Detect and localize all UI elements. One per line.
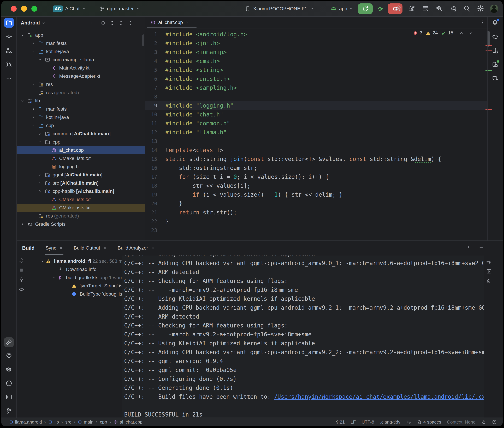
tree-item-com-example-llama[interactable]: com.example.llama: [17, 56, 145, 64]
chevron-down-icon[interactable]: [38, 58, 42, 62]
breadcrumb-ai-chat-cpp[interactable]: ai_chat.cpp: [113, 420, 143, 425]
rerun-button[interactable]: [358, 3, 373, 14]
tool-strip-commit[interactable]: [4, 32, 14, 41]
breadcrumb-cpp[interactable]: cpp: [100, 420, 107, 425]
tool-strip-more[interactable]: [4, 74, 14, 83]
tree-item-common[interactable]: common [AiChat.lib.main]: [17, 130, 145, 138]
tool-strip-project-folder[interactable]: [4, 18, 14, 28]
status-widget-4-spaces[interactable]: 4 spaces: [417, 420, 441, 425]
chevron-right-icon[interactable]: [38, 181, 42, 185]
project-view-selector[interactable]: Android: [21, 20, 46, 26]
build-tab-build-analyzer[interactable]: Build Analyzer: [118, 241, 154, 255]
tool-strip-ai-assistant[interactable]: [490, 74, 500, 83]
tool-strip-gradle[interactable]: [490, 32, 500, 41]
branch-selector[interactable]: ggml-master: [107, 6, 134, 11]
status-widget-error-circle[interactable]: [492, 420, 497, 424]
build-tree-item[interactable]: llama.android: fi 22 sec, 583 ms: [17, 257, 121, 265]
close-icon[interactable]: [59, 246, 63, 250]
tree-item-ai-chat-cpp[interactable]: ai_chat.cpp: [17, 146, 145, 154]
tool-strip-problems[interactable]: [4, 379, 14, 388]
close-icon[interactable]: [103, 246, 107, 250]
tree-item-ggml[interactable]: ggml [AiChat.lib.main]: [17, 171, 145, 179]
status-widget-lock-open[interactable]: [481, 420, 486, 424]
soft-wrap-button[interactable]: [486, 258, 492, 265]
scroll-end-button[interactable]: [486, 268, 492, 275]
close-icon[interactable]: [151, 246, 154, 250]
debug-button[interactable]: [377, 5, 384, 12]
tree-item-cmakelists-txt[interactable]: CMakeLists.txt: [17, 195, 145, 204]
chevron-right-icon[interactable]: [31, 82, 35, 86]
editor-options-button[interactable]: [480, 20, 485, 25]
status-widget-lf[interactable]: LF: [350, 420, 356, 425]
tree-item-kotlin-java[interactable]: kotlin+java: [17, 48, 145, 56]
breadcrumb-lib[interactable]: lib: [48, 420, 59, 425]
gradle-sync-button[interactable]: [449, 5, 457, 13]
chevron-right-icon[interactable]: [38, 173, 42, 177]
chevron-right-icon[interactable]: [31, 107, 35, 111]
tool-strip-logcat[interactable]: [4, 365, 14, 374]
logcat-list-button[interactable]: [422, 5, 429, 13]
kebab-icon[interactable]: [128, 20, 133, 25]
device-selector[interactable]: Xiaomi POCOPHONE F1: [253, 6, 307, 11]
tree-item-lib[interactable]: lib: [17, 97, 145, 105]
user-avatar[interactable]: [490, 5, 498, 13]
build-tree-item[interactable]: Download info: [17, 265, 121, 273]
minimize-window-button[interactable]: [21, 6, 27, 12]
status-widget--clang-tidy[interactable]: .clang-tidy: [380, 420, 401, 425]
tree-item-mainactivity-kt[interactable]: MainActivity.kt: [17, 64, 145, 72]
chevron-right-icon[interactable]: [38, 189, 42, 193]
tree-item-manifests[interactable]: manifests: [17, 105, 145, 113]
inspections-widget[interactable]: 3 24 15: [413, 30, 473, 36]
tree-item-res[interactable]: res: [17, 80, 145, 89]
build-tab-sync[interactable]: Sync: [46, 241, 63, 255]
tool-strip-version-control[interactable]: [4, 406, 14, 415]
tree-item-res[interactable]: res (generated): [17, 212, 145, 220]
tool-strip-pull-request[interactable]: [4, 60, 14, 69]
project-selector[interactable]: AiChat: [65, 6, 80, 11]
chevron-down-icon[interactable]: [31, 123, 35, 128]
tool-strip-terminal[interactable]: [4, 392, 14, 402]
tool-strip-app-insights[interactable]: [4, 351, 14, 361]
tree-item-logging-h[interactable]: logging.h: [17, 163, 145, 171]
tool-strip-running-devices[interactable]: [490, 60, 500, 69]
tree-item-cmakelists-txt[interactable]: CMakeLists.txt: [17, 204, 145, 212]
build-output-link[interactable]: /Users/hanyin/Workspace/ai-chat/examples…: [274, 393, 484, 400]
chevron-down-icon[interactable]: [31, 49, 35, 54]
build-tree-item[interactable]: 'jvmTarget: String' is deprec: [17, 282, 121, 290]
tree-item-res[interactable]: res (generated): [17, 89, 145, 97]
close-tab-icon[interactable]: [185, 21, 189, 24]
build-tree-item[interactable]: build.gradle.kts app 1 warning: [17, 273, 121, 282]
build-tab-build-output[interactable]: Build Output: [74, 241, 107, 255]
plus-icon[interactable]: [89, 20, 94, 25]
tree-item-app[interactable]: app: [17, 31, 145, 39]
profiler-button[interactable]: [436, 5, 443, 13]
next-problem-button[interactable]: [468, 31, 473, 35]
status-widget-utf-8[interactable]: UTF-8: [362, 420, 374, 425]
chevron-right-icon[interactable]: [20, 222, 25, 226]
tool-strip-device-manager[interactable]: [490, 46, 500, 55]
tree-item-src[interactable]: src [AiChat.lib.main]: [17, 179, 145, 187]
chevron-down-icon[interactable]: [20, 99, 25, 103]
minus-icon[interactable]: [138, 20, 143, 25]
chevron-down-icon[interactable]: [38, 140, 42, 144]
tree-item-cpp[interactable]: cpp: [17, 121, 145, 130]
zoom-window-button[interactable]: [31, 6, 37, 12]
status-widget-context-none[interactable]: Context: None: [447, 420, 476, 425]
chevron-right-icon[interactable]: [38, 132, 42, 136]
tree-item-manifests[interactable]: manifests: [17, 39, 145, 48]
chevron-right-icon[interactable]: [31, 115, 35, 119]
status-widget-9-21[interactable]: 9:21: [336, 420, 345, 425]
breadcrumb-llama-android[interactable]: llama.android: [9, 420, 42, 425]
build-tree-item[interactable]: BuildType 'debug' is both de: [17, 290, 121, 298]
build-console[interactable]: C/C++: -- Using KleidiAI optimized kerne…: [122, 255, 484, 419]
run-config-selector[interactable]: app: [339, 6, 347, 11]
close-window-button[interactable]: [11, 6, 17, 12]
build-options-button[interactable]: [466, 245, 471, 250]
tree-item-cmakelists-txt[interactable]: CMakeLists.txt: [17, 154, 145, 163]
chevron-down-icon[interactable]: [40, 259, 44, 263]
tab-ai-chat-cpp[interactable]: ai_chat.cpp: [147, 16, 193, 28]
hide-build-button[interactable]: [479, 245, 484, 250]
tree-item-messageadapter-kt[interactable]: MessageAdapter.kt: [17, 72, 145, 80]
expand-all-icon[interactable]: [110, 20, 115, 25]
tool-strip-build-hammer[interactable]: [4, 337, 14, 347]
